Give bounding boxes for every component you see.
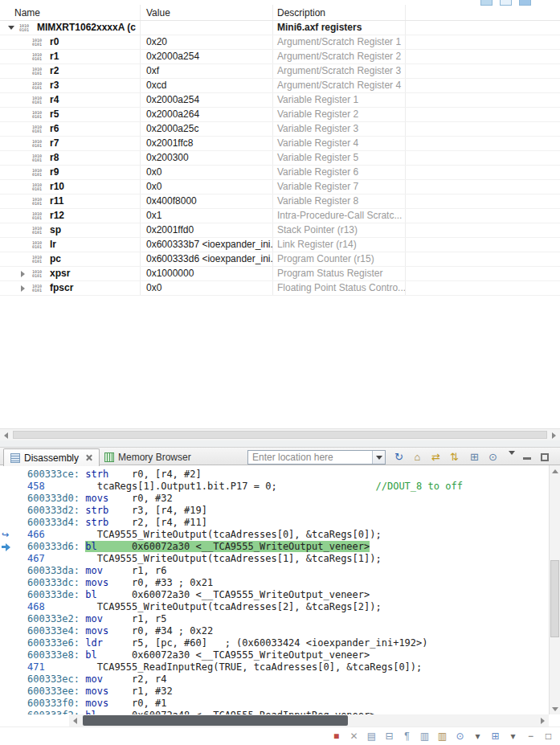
register-row[interactable]: 10100101r20xfArgument/Scratch Register 3 xyxy=(0,64,560,79)
tab-memory-browser[interactable]: Memory Browser xyxy=(98,448,198,466)
disassembly-line[interactable]: 600333ee: movs r1, #32 xyxy=(0,686,549,698)
register-row[interactable]: 10100101lr0x600333b7 <ioexpander_ini...L… xyxy=(0,238,560,252)
clear-console-icon[interactable]: ▤ xyxy=(365,730,378,743)
register-row[interactable]: 10100101sp0x2001ffd0Stack Pointer (r13) xyxy=(0,223,560,238)
panel-resize-sash[interactable] xyxy=(0,440,560,447)
sync-active-context-icon[interactable]: ⇄ xyxy=(427,449,444,465)
view-menu-chevron-icon[interactable] xyxy=(509,455,515,466)
close-icon[interactable] xyxy=(85,454,92,461)
scroll-up-icon[interactable] xyxy=(550,465,560,477)
line-gutter xyxy=(2,625,26,637)
display-selected-console-icon[interactable]: ▾ xyxy=(471,730,484,743)
registers-hscrollbar[interactable] xyxy=(0,428,560,440)
register-row[interactable]: 10100101r30xcdArgument/Scratch Register … xyxy=(0,79,560,93)
disassembly-line[interactable]: 600333e2: mov r1, r5 xyxy=(0,613,549,625)
disassembly-line[interactable]: 600333d6: bl 0x60072a30 <__TCA9555_Write… xyxy=(0,541,549,553)
disassembly-line[interactable]: 600333f0: movs r0, #1 xyxy=(0,698,549,710)
column-header-value[interactable]: Value xyxy=(141,5,273,20)
source-line[interactable]: 458 tcaRegs[1].Output1.bit.P17 = 0; //DO… xyxy=(0,481,549,493)
restore-trim-icon[interactable]: □ xyxy=(542,730,555,743)
status-bar: ■✕▤⊟¶▥▥⊙▾⊞▾−□ xyxy=(0,727,560,745)
scroll-lock-icon[interactable]: ⊟ xyxy=(382,730,396,743)
register-row[interactable]: 10100101r00x20Argument/Scratch Register … xyxy=(0,35,560,50)
register-icon: 10100101 xyxy=(32,256,46,264)
disassembly-vscrollbar[interactable] xyxy=(549,465,560,714)
register-icon: 10100101 xyxy=(32,169,46,177)
register-group-row[interactable]: 10100101 MIMXRT1062xxxxA (c Mini6.axf re… xyxy=(0,21,560,35)
disassembly-line[interactable]: 600333ce: strh r0, [r4, #2] xyxy=(0,469,549,481)
disassembly-hscrollbar[interactable] xyxy=(69,714,549,727)
source-line[interactable]: 467 TCA9555_WriteOutput(tcaAdresses[1], … xyxy=(0,553,549,565)
scrollbar-thumb[interactable] xyxy=(550,560,559,637)
register-row[interactable]: 10100101r90x0Variable Register 6 xyxy=(0,166,560,180)
register-row[interactable]: 10100101r60x2000a25cVariable Register 3 xyxy=(0,122,560,137)
disassembly-line[interactable]: 600333d0: movs r0, #32 xyxy=(0,493,549,505)
scrollbar-thumb[interactable] xyxy=(13,431,547,439)
refresh-view-icon[interactable]: ↻ xyxy=(390,449,407,465)
expand-chevron-icon[interactable] xyxy=(21,271,32,277)
register-row[interactable]: 10100101r70x2001ffc8Variable Register 4 xyxy=(0,137,560,151)
line-gutter xyxy=(2,589,26,601)
register-row[interactable]: 10100101xpsr0x1000000Program Status Regi… xyxy=(0,267,560,281)
mnemonic: mov xyxy=(85,565,132,576)
new-disassembly-view-icon[interactable]: ⊞ xyxy=(466,449,483,465)
terminate-icon[interactable]: ■ xyxy=(329,730,343,743)
disassembly-line[interactable]: 600333e8: bl 0x60072a30 <__TCA9555_Write… xyxy=(0,649,549,661)
scroll-down-icon[interactable] xyxy=(550,703,560,714)
line-gutter xyxy=(2,613,26,625)
remove-launches-icon[interactable]: ✕ xyxy=(347,730,361,743)
maximize-view-icon[interactable] xyxy=(541,453,549,461)
follow-execution-icon[interactable]: ⇅ xyxy=(446,449,463,465)
word-wrap-icon[interactable]: ¶ xyxy=(400,730,414,743)
register-row[interactable]: 10100101r110x400f8000Variable Register 8 xyxy=(0,194,560,209)
stderr-activity-icon[interactable]: ▥ xyxy=(435,730,449,743)
perspective-icon[interactable] xyxy=(480,0,493,6)
disassembly-line[interactable]: 600333e6: ldr r5, [pc, #60] ; (0x6003342… xyxy=(0,637,549,649)
register-row[interactable]: 10100101r120x1Intra-Procedure-Call Scrat… xyxy=(0,209,560,223)
stdout-activity-icon[interactable]: ▥ xyxy=(418,730,431,743)
tab-disassembly[interactable]: Disassembly xyxy=(3,448,100,466)
register-row[interactable]: 10100101r10x2000a254Argument/Scratch Reg… xyxy=(0,50,560,64)
register-row[interactable]: 10100101r40x2000a254Variable Register 1 xyxy=(0,93,560,108)
register-group-value xyxy=(141,21,273,35)
pin-console-icon[interactable]: ⊙ xyxy=(453,730,467,743)
scrollbar-thumb[interactable] xyxy=(83,715,348,726)
register-row[interactable]: 10100101fpscr0x0Floating Point Status Co… xyxy=(0,281,560,296)
instruction-address: 600333ee: xyxy=(27,686,85,697)
disassembly-line[interactable]: 600333dc: movs r0, #33 ; 0x21 xyxy=(0,577,549,589)
line-gutter xyxy=(2,577,26,589)
source-comment: //DOUT_8 to off xyxy=(376,481,463,492)
disassembly-line[interactable]: 600333e4: movs r0, #34 ; 0x22 xyxy=(0,625,549,637)
register-row[interactable]: 10100101r80x200300Variable Register 5 xyxy=(0,151,560,166)
toolbar-icon[interactable] xyxy=(519,0,531,6)
disassembly-line[interactable]: 600333d2: strb r3, [r4, #19] xyxy=(0,505,549,517)
minimize-trim-icon[interactable]: − xyxy=(524,730,538,743)
source-line[interactable]: 468 TCA9555_WriteOutput(tcaAdresses[2], … xyxy=(0,601,549,613)
toolbar-icon[interactable] xyxy=(500,0,512,6)
register-row[interactable]: 10100101r50x2000a264Variable Register 2 xyxy=(0,108,560,122)
location-input[interactable]: Enter location here xyxy=(247,450,386,465)
home-icon[interactable]: ⌂ xyxy=(409,449,426,465)
column-header-description[interactable]: Description xyxy=(273,5,406,20)
combo-dropdown-icon[interactable] xyxy=(372,451,385,464)
column-header-name[interactable]: Name xyxy=(0,5,141,20)
scroll-left-icon[interactable] xyxy=(0,429,12,441)
disassembly-line[interactable]: 600333ec: mov r2, r4 xyxy=(0,673,549,686)
disassembly-line[interactable]: 600333da: mov r1, r6 xyxy=(0,565,549,577)
disassembly-line[interactable]: 600333de: bl 0x60072a30 <__TCA9555_Write… xyxy=(0,589,549,601)
register-row[interactable]: 10100101pc0x600333d6 <ioexpander_ini...P… xyxy=(0,252,560,267)
minimize-view-icon[interactable] xyxy=(523,457,531,460)
expand-chevron-icon[interactable] xyxy=(21,285,32,292)
source-line[interactable]: ↪466 TCA9555_WriteOutput(tcaAdresses[0],… xyxy=(0,529,549,541)
register-row[interactable]: 10100101r100x0Variable Register 7 xyxy=(0,180,560,194)
scroll-right-icon[interactable] xyxy=(537,714,549,727)
disassembly-line[interactable]: 600333d4: strb r2, [r4, #11] xyxy=(0,517,549,529)
open-console-icon[interactable]: ⊞ xyxy=(488,730,502,743)
register-description: Variable Register 7 xyxy=(273,180,406,194)
scroll-right-icon[interactable] xyxy=(548,429,560,441)
collapse-chevron-icon[interactable] xyxy=(8,26,19,30)
pin-view-icon[interactable]: ⊙ xyxy=(484,449,501,465)
console-menu-icon[interactable]: ▾ xyxy=(506,730,520,743)
source-line[interactable]: 471 TCA9555_ReadInputReg(TRUE, tcaAdress… xyxy=(0,661,549,673)
scroll-left-icon[interactable] xyxy=(69,714,81,727)
